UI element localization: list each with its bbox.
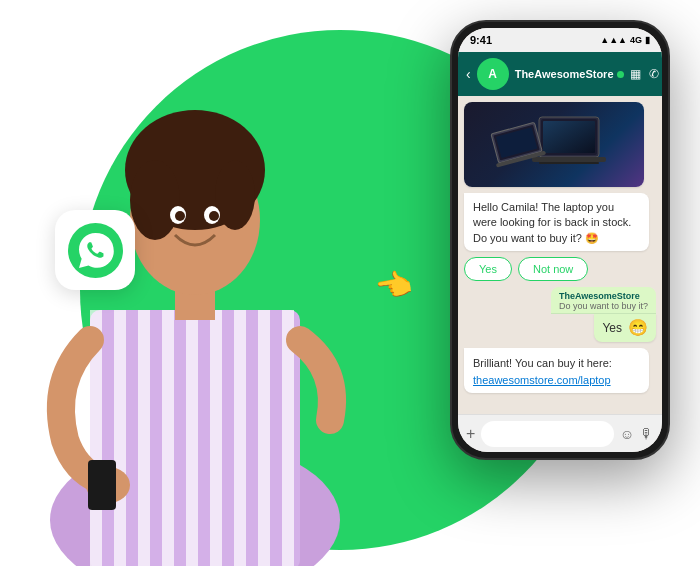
svg-rect-25 (543, 121, 595, 153)
svg-rect-6 (186, 310, 198, 566)
signal-icon: ▲▲▲ (600, 35, 627, 45)
svg-rect-8 (234, 310, 246, 566)
online-indicator (617, 71, 624, 78)
phone-screen: 9:41 ▲▲▲ 4G ▮ ‹ A TheAwesomeStore (458, 28, 662, 452)
emoji-icon[interactable]: ☺ (620, 426, 634, 442)
voice-icon[interactable]: 🎙 (640, 426, 654, 442)
contact-avatar: A (477, 58, 509, 90)
phone-mockup: 9:41 ▲▲▲ 4G ▮ ‹ A TheAwesomeStore (450, 20, 670, 460)
message-text-1: Hello Camila! The laptop you were lookin… (473, 201, 631, 244)
svg-point-19 (209, 211, 219, 221)
svg-rect-27 (539, 162, 599, 164)
pointing-emoji: 👈 (372, 265, 415, 306)
svg-point-15 (215, 160, 255, 230)
battery-icon: ▮ (645, 35, 650, 45)
svg-point-18 (175, 211, 185, 221)
svg-rect-26 (532, 157, 606, 162)
whatsapp-badge (55, 210, 135, 290)
svg-rect-3 (114, 310, 126, 566)
svg-rect-9 (258, 310, 270, 566)
quick-replies: Yes Not now (464, 257, 649, 281)
call-icon[interactable]: ✆ (649, 67, 659, 81)
back-arrow-icon[interactable]: ‹ (466, 66, 471, 82)
brilliant-text: Brilliant! You can buy it here: (473, 357, 612, 369)
chat-bottom-bar: + ☺ 🎙 (458, 414, 662, 452)
chat-content: Hello Camila! The laptop you were lookin… (458, 96, 662, 410)
chat-input[interactable] (481, 421, 613, 447)
scene: 👈 9:41 ▲▲▲ 4G ▮ ‹ A TheAwesomeStore (0, 0, 700, 566)
yes-button[interactable]: Yes (464, 257, 512, 281)
outgoing-message-header: TheAwesomeStore Do you want to buy it? (551, 287, 656, 314)
svg-rect-5 (162, 310, 174, 566)
add-attachment-icon[interactable]: + (466, 425, 475, 443)
message-sub: Do you want to buy it? (559, 301, 648, 311)
network-label: 4G (630, 35, 642, 45)
sender-name: TheAwesomeStore (559, 291, 640, 301)
smiley-emoji: 😁 (628, 318, 648, 337)
status-icons: ▲▲▲ 4G ▮ (600, 35, 650, 45)
laptop-image (464, 102, 644, 187)
svg-rect-21 (88, 460, 116, 510)
contact-name: TheAwesomeStore (515, 68, 624, 80)
not-now-button[interactable]: Not now (518, 257, 588, 281)
contact-info: TheAwesomeStore (515, 68, 624, 80)
chat-header: ‹ A TheAwesomeStore ▦ ✆ (458, 52, 662, 96)
store-link[interactable]: theawesomstore.com/laptop (473, 374, 611, 386)
outgoing-message: Yes 😁 (594, 314, 656, 342)
header-icons: ▦ ✆ (630, 67, 659, 81)
svg-rect-7 (210, 310, 222, 566)
incoming-message-1: Hello Camila! The laptop you were lookin… (464, 193, 649, 251)
svg-point-14 (130, 160, 180, 240)
whatsapp-icon (68, 223, 123, 278)
status-bar: 9:41 ▲▲▲ 4G ▮ (458, 28, 662, 52)
laptop-image-message (464, 102, 644, 187)
status-time: 9:41 (470, 34, 492, 46)
outgoing-text: Yes (602, 321, 622, 335)
video-call-icon[interactable]: ▦ (630, 67, 641, 81)
incoming-message-2: Brilliant! You can buy it here: theaweso… (464, 348, 649, 393)
svg-rect-4 (138, 310, 150, 566)
outgoing-message-wrapper: TheAwesomeStore Do you want to buy it? Y… (464, 287, 656, 342)
